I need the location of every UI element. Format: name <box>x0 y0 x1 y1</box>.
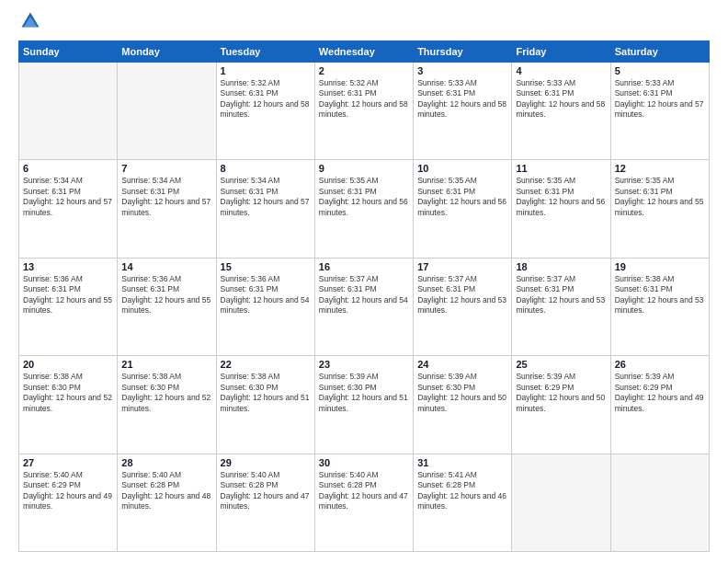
cell-details: Sunrise: 5:33 AM Sunset: 6:31 PM Dayligh… <box>615 78 705 121</box>
cell-details: Sunrise: 5:32 AM Sunset: 6:31 PM Dayligh… <box>319 78 409 121</box>
cell-details: Sunrise: 5:34 AM Sunset: 6:31 PM Dayligh… <box>121 176 211 218</box>
day-number: 20 <box>23 359 113 370</box>
calendar-cell: 30Sunrise: 5:40 AM Sunset: 6:28 PM Dayli… <box>314 454 413 551</box>
day-number: 6 <box>23 163 113 174</box>
cell-details: Sunrise: 5:35 AM Sunset: 6:31 PM Dayligh… <box>319 176 409 218</box>
page: SundayMondayTuesdayWednesdayThursdayFrid… <box>0 0 728 563</box>
day-number: 31 <box>417 457 507 468</box>
cell-details: Sunrise: 5:38 AM Sunset: 6:30 PM Dayligh… <box>221 372 311 414</box>
cell-details: Sunrise: 5:40 AM Sunset: 6:28 PM Dayligh… <box>319 470 409 512</box>
cell-details: Sunrise: 5:40 AM Sunset: 6:29 PM Dayligh… <box>23 470 113 512</box>
day-number: 11 <box>516 163 606 174</box>
calendar-cell: 10Sunrise: 5:35 AM Sunset: 6:31 PM Dayli… <box>414 160 512 258</box>
day-number: 10 <box>417 163 507 174</box>
calendar-cell: 23Sunrise: 5:39 AM Sunset: 6:30 PM Dayli… <box>314 356 413 454</box>
cell-details: Sunrise: 5:41 AM Sunset: 6:28 PM Dayligh… <box>417 470 507 512</box>
calendar-cell <box>610 454 709 551</box>
day-number: 3 <box>417 65 507 76</box>
cell-details: Sunrise: 5:37 AM Sunset: 6:31 PM Dayligh… <box>319 274 409 316</box>
day-number: 17 <box>417 261 507 272</box>
calendar-cell <box>19 63 118 160</box>
cell-details: Sunrise: 5:35 AM Sunset: 6:31 PM Dayligh… <box>615 176 705 218</box>
day-number: 2 <box>319 65 409 76</box>
day-number: 21 <box>121 359 211 370</box>
week-row-0: 1Sunrise: 5:32 AM Sunset: 6:31 PM Daylig… <box>19 63 710 160</box>
day-number: 7 <box>121 163 211 174</box>
day-number: 22 <box>221 359 311 370</box>
cell-details: Sunrise: 5:38 AM Sunset: 6:30 PM Dayligh… <box>121 372 211 414</box>
calendar-cell: 28Sunrise: 5:40 AM Sunset: 6:28 PM Dayli… <box>118 454 216 551</box>
cell-details: Sunrise: 5:33 AM Sunset: 6:31 PM Dayligh… <box>516 78 606 121</box>
calendar-cell: 3Sunrise: 5:33 AM Sunset: 6:31 PM Daylig… <box>414 63 512 160</box>
calendar-cell: 27Sunrise: 5:40 AM Sunset: 6:29 PM Dayli… <box>19 454 118 551</box>
day-number: 15 <box>221 261 311 272</box>
calendar-cell: 8Sunrise: 5:34 AM Sunset: 6:31 PM Daylig… <box>216 160 314 258</box>
day-number: 19 <box>615 261 705 272</box>
day-number: 28 <box>121 457 211 468</box>
cell-details: Sunrise: 5:38 AM Sunset: 6:30 PM Dayligh… <box>23 372 113 414</box>
day-number: 4 <box>516 65 606 76</box>
calendar-table: SundayMondayTuesdayWednesdayThursdayFrid… <box>18 40 710 552</box>
day-number: 16 <box>319 261 409 272</box>
calendar-cell: 14Sunrise: 5:36 AM Sunset: 6:31 PM Dayli… <box>118 258 216 355</box>
calendar-cell: 21Sunrise: 5:38 AM Sunset: 6:30 PM Dayli… <box>118 356 216 454</box>
cell-details: Sunrise: 5:35 AM Sunset: 6:31 PM Dayligh… <box>516 176 606 218</box>
cell-details: Sunrise: 5:36 AM Sunset: 6:31 PM Dayligh… <box>221 274 311 316</box>
cell-details: Sunrise: 5:40 AM Sunset: 6:28 PM Dayligh… <box>121 470 211 512</box>
cell-details: Sunrise: 5:39 AM Sunset: 6:30 PM Dayligh… <box>417 372 507 414</box>
calendar-cell: 22Sunrise: 5:38 AM Sunset: 6:30 PM Dayli… <box>216 356 314 454</box>
calendar-cell: 7Sunrise: 5:34 AM Sunset: 6:31 PM Daylig… <box>118 160 216 258</box>
day-number: 30 <box>319 457 409 468</box>
calendar-cell: 18Sunrise: 5:37 AM Sunset: 6:31 PM Dayli… <box>512 258 610 355</box>
calendar-cell: 20Sunrise: 5:38 AM Sunset: 6:30 PM Dayli… <box>19 356 118 454</box>
logo-icon <box>20 11 40 31</box>
calendar-cell: 12Sunrise: 5:35 AM Sunset: 6:31 PM Dayli… <box>610 160 709 258</box>
day-number: 8 <box>221 163 311 174</box>
calendar-cell <box>512 454 610 551</box>
cell-details: Sunrise: 5:35 AM Sunset: 6:31 PM Dayligh… <box>417 176 507 218</box>
day-header-wednesday: Wednesday <box>314 41 413 63</box>
calendar-cell: 4Sunrise: 5:33 AM Sunset: 6:31 PM Daylig… <box>512 63 610 160</box>
week-row-2: 13Sunrise: 5:36 AM Sunset: 6:31 PM Dayli… <box>19 258 710 355</box>
day-number: 27 <box>23 457 113 468</box>
day-header-monday: Monday <box>118 41 216 63</box>
calendar-cell: 11Sunrise: 5:35 AM Sunset: 6:31 PM Dayli… <box>512 160 610 258</box>
calendar-cell: 26Sunrise: 5:39 AM Sunset: 6:29 PM Dayli… <box>610 356 709 454</box>
cell-details: Sunrise: 5:39 AM Sunset: 6:30 PM Dayligh… <box>319 372 409 414</box>
week-row-1: 6Sunrise: 5:34 AM Sunset: 6:31 PM Daylig… <box>19 160 710 258</box>
day-number: 5 <box>615 65 705 76</box>
calendar-cell: 1Sunrise: 5:32 AM Sunset: 6:31 PM Daylig… <box>216 63 314 160</box>
cell-details: Sunrise: 5:34 AM Sunset: 6:31 PM Dayligh… <box>23 176 113 218</box>
cell-details: Sunrise: 5:38 AM Sunset: 6:31 PM Dayligh… <box>615 274 705 316</box>
day-number: 25 <box>516 359 606 370</box>
day-number: 23 <box>319 359 409 370</box>
calendar-header-row: SundayMondayTuesdayWednesdayThursdayFrid… <box>19 41 710 63</box>
day-number: 24 <box>417 359 507 370</box>
calendar-cell: 17Sunrise: 5:37 AM Sunset: 6:31 PM Dayli… <box>414 258 512 355</box>
cell-details: Sunrise: 5:33 AM Sunset: 6:31 PM Dayligh… <box>417 78 507 121</box>
cell-details: Sunrise: 5:36 AM Sunset: 6:31 PM Dayligh… <box>121 274 211 316</box>
calendar-cell: 2Sunrise: 5:32 AM Sunset: 6:31 PM Daylig… <box>314 63 413 160</box>
calendar-cell: 13Sunrise: 5:36 AM Sunset: 6:31 PM Dayli… <box>19 258 118 355</box>
cell-details: Sunrise: 5:37 AM Sunset: 6:31 PM Dayligh… <box>417 274 507 316</box>
day-header-thursday: Thursday <box>414 41 512 63</box>
day-number: 26 <box>615 359 705 370</box>
calendar-cell <box>118 63 216 160</box>
cell-details: Sunrise: 5:36 AM Sunset: 6:31 PM Dayligh… <box>23 274 113 316</box>
cell-details: Sunrise: 5:32 AM Sunset: 6:31 PM Dayligh… <box>221 78 311 121</box>
day-header-saturday: Saturday <box>610 41 709 63</box>
day-number: 14 <box>121 261 211 272</box>
cell-details: Sunrise: 5:39 AM Sunset: 6:29 PM Dayligh… <box>516 372 606 414</box>
week-row-3: 20Sunrise: 5:38 AM Sunset: 6:30 PM Dayli… <box>19 356 710 454</box>
calendar-cell: 5Sunrise: 5:33 AM Sunset: 6:31 PM Daylig… <box>610 63 709 160</box>
day-number: 29 <box>221 457 311 468</box>
calendar-cell: 16Sunrise: 5:37 AM Sunset: 6:31 PM Dayli… <box>314 258 413 355</box>
logo <box>18 15 40 31</box>
cell-details: Sunrise: 5:37 AM Sunset: 6:31 PM Dayligh… <box>516 274 606 316</box>
calendar-cell: 6Sunrise: 5:34 AM Sunset: 6:31 PM Daylig… <box>19 160 118 258</box>
day-header-tuesday: Tuesday <box>216 41 314 63</box>
day-number: 13 <box>23 261 113 272</box>
day-header-sunday: Sunday <box>19 41 118 63</box>
day-number: 18 <box>516 261 606 272</box>
cell-details: Sunrise: 5:39 AM Sunset: 6:29 PM Dayligh… <box>615 372 705 414</box>
